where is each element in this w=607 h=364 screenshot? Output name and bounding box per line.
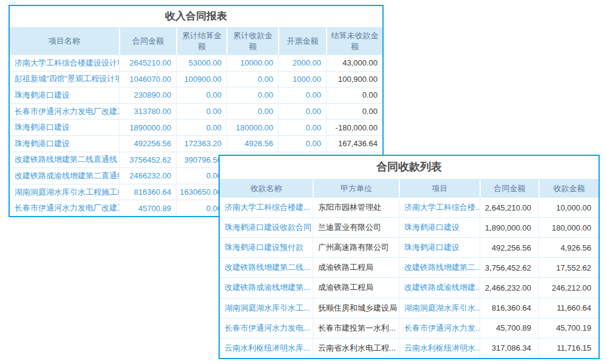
project-link[interactable]: 云南水利枢纽潜明水... [399,339,480,358]
settled-amount-cell: 100900.00 [176,72,226,87]
party-a-unit-cell: 广州高速路有限公司 [313,238,399,257]
party-a-unit-cell: 东阳市园林管理处 [313,198,399,217]
received-amount-cell: 11,660.64 [538,298,599,318]
invoiced-amount-cell: 0.00 [278,87,326,103]
payment-name-link[interactable]: 湖南洞庭湖水库引水工... [220,298,313,318]
table-row: 济南大学工科综合楼建... 东阳市园林管理处 济南大学工科综合楼... 2,64… [220,197,599,217]
table-row: 珠海鹤港口建设 230890.00 0.00 0.00 0.00 0.00 [10,87,382,103]
contract-amount-cell: 492,256.56 [480,238,538,257]
table-row: 改建铁路线增建第二线... 成渝铁路工程局 改建铁路线增建第二... 3,756… [220,257,599,277]
payment-name-link[interactable]: 改建铁路线增建第二线... [220,258,313,277]
unreceived-amount-cell: -180,000.00 [326,120,382,135]
contract-amount-cell: 816,360.64 [480,298,538,318]
column-header-unreceived-amount: 结算未收款金额 [326,28,382,55]
received-amount-cell: 180,000.00 [538,218,599,237]
project-name-link[interactable]: 彭祖新城"四馆"景观工程设计项目 [10,72,119,87]
project-link[interactable]: 珠海鹤港口建设 [399,218,480,237]
contract-amount-cell: 492256.56 [119,136,176,152]
unreceived-amount-cell: 0.00 [326,87,382,103]
party-a-unit-cell: 兰迪置业有限公司 [313,218,399,237]
project-name-link[interactable]: 湖南洞庭湖水库引水工程施工标段 [10,184,119,200]
payment-list-body: 济南大学工科综合楼建... 东阳市园林管理处 济南大学工科综合楼... 2,64… [220,197,599,358]
received-amount-cell: 11,716.15 [538,339,599,358]
party-a-unit-cell: 成渝铁路工程局 [313,278,399,297]
column-header-party-a-unit: 甲方单位 [313,180,399,197]
payment-name-link[interactable]: 珠海鹤港口建设收款合同 [220,218,313,237]
table-row: 珠海鹤港口建设 492256.56 172363.20 4926.56 0.00… [10,135,382,152]
party-a-unit-cell: 长春市建投第一水利... [313,318,399,338]
project-name-link[interactable]: 长春市伊通河水力发电厂改建工程 [10,104,119,120]
settled-amount-cell: 0.00 [176,120,226,135]
received-amount-cell: 0.00 [226,87,278,103]
contract-amount-cell: 816360.64 [119,184,176,200]
received-amount-cell: 45,700.19 [538,318,599,338]
settled-amount-cell: 0.00 [176,87,226,103]
table-row: 济南大学工科综合楼建设设计项目 2645210.00 53000.00 1000… [10,55,382,71]
contract-amount-cell: 45,700.89 [480,318,538,338]
payment-name-link[interactable]: 长春市伊通河水力发电... [220,318,313,338]
contract-amount-cell: 45700.89 [119,200,176,216]
contract-amount-cell: 3756452.62 [119,152,176,168]
table-row: 彭祖新城"四馆"景观工程设计项目 1046070.00 100900.00 0.… [10,71,382,87]
table-row: 珠海鹤港口建设收款合同 兰迪置业有限公司 珠海鹤港口建设 1,890,000.0… [220,217,599,237]
contract-amount-cell: 2,645,210.00 [480,198,538,217]
payment-name-link[interactable]: 济南大学工科综合楼建... [220,198,313,217]
payment-name-link[interactable]: 珠海鹤港口建设预付款 [220,238,313,257]
column-header-project-name: 项目名称 [10,28,119,55]
column-header-settled-amount: 累计结算金额 [176,28,226,55]
column-header-payment-name: 收款名称 [220,180,313,197]
invoiced-amount-cell: 1000.00 [278,72,326,87]
invoiced-amount-cell: 0.00 [278,136,326,152]
project-name-link[interactable]: 改建铁路成渝线增建第二直通线 [10,168,119,184]
received-amount-cell: 17,552.62 [538,258,599,277]
unreceived-amount-cell: 100,900.00 [326,72,382,87]
project-name-link[interactable]: 珠海鹤港口建设 [10,87,119,103]
invoiced-amount-cell: 2000.00 [278,55,326,71]
received-amount-cell: 246,212.00 [538,278,599,297]
settled-amount-cell: 53000.00 [176,55,226,71]
unreceived-amount-cell: 43,000.00 [326,55,382,71]
party-a-unit-cell: 抚顺住房和城乡建设局 [313,298,399,318]
received-amount-cell: 0.00 [226,104,278,120]
contract-amount-cell: 317,086.34 [480,339,538,358]
received-amount-cell: 180000.00 [226,120,278,135]
payment-name-link[interactable]: 云南水利枢纽潜明水库... [220,339,313,358]
contract-amount-cell: 1046070.00 [119,72,176,87]
unreceived-amount-cell: 167,436.64 [326,136,382,152]
contract-amount-cell: 1,890,000.00 [480,218,538,237]
contract-amount-cell: 2466232.00 [119,168,176,184]
table-row: 湖南洞庭湖水库引水工... 抚顺住房和城乡建设局 湖南洞庭湖水库引水... 81… [220,298,599,318]
column-header-invoiced-amount: 开票金额 [278,28,326,55]
income-report-header-row: 项目名称 合同金额 累计结算金额 累计收款金额 开票金额 结算未收款金额 [10,27,382,55]
project-link[interactable]: 改建铁路成渝线增建... [399,278,480,297]
payment-name-link[interactable]: 改建铁路成渝线增建第... [220,278,313,297]
project-link[interactable]: 珠海鹤港口建设 [399,238,480,257]
project-name-link[interactable]: 改建铁路线增建第二线直通线 [10,152,119,168]
table-row: 珠海鹤港口建设预付款 广州高速路有限公司 珠海鹤港口建设 492,256.56 … [220,237,599,257]
received-amount-cell: 4,926.56 [538,238,599,257]
income-report-title: 收入合同报表 [10,6,382,25]
column-header-contract-amount: 合同金额 [480,180,538,197]
table-row: 改建铁路成渝线增建第... 成渝铁路工程局 改建铁路成渝线增建... 2,466… [220,277,599,297]
column-header-received-amount: 收款金额 [538,180,599,197]
project-name-link[interactable]: 济南大学工科综合楼建设设计项目 [10,55,119,71]
received-amount-cell: 0.00 [226,72,278,87]
column-header-received-amount: 累计收款金额 [226,28,278,55]
contract-amount-cell: 3,756,452.62 [480,258,538,277]
settled-amount-cell: 172363.20 [176,136,226,152]
project-name-link[interactable]: 长春市伊通河水力发电厂改建工程 [10,200,119,216]
project-link[interactable]: 改建铁路线增建第二... [399,258,480,277]
table-row: 云南水利枢纽潜明水库... 云南省水利水电工程... 云南水利枢纽潜明水... … [220,338,599,358]
invoiced-amount-cell: 0.00 [278,104,326,120]
column-header-project: 项目 [399,180,480,197]
invoiced-amount-cell: 0.00 [278,120,326,135]
project-link[interactable]: 济南大学工科综合楼... [399,198,480,217]
project-name-link[interactable]: 珠海鹤港口建设 [10,120,119,135]
contract-amount-cell: 313780.00 [119,104,176,120]
project-link[interactable]: 湖南洞庭湖水库引水... [399,298,480,318]
contract-amount-cell: 230890.00 [119,87,176,103]
project-name-link[interactable]: 珠海鹤港口建设 [10,136,119,152]
project-link[interactable]: 长春市伊通河水力发... [399,318,480,338]
party-a-unit-cell: 云南省水利水电工程... [313,339,399,358]
table-row: 珠海鹤港口建设 1890000.00 0.00 180000.00 0.00 -… [10,119,382,135]
